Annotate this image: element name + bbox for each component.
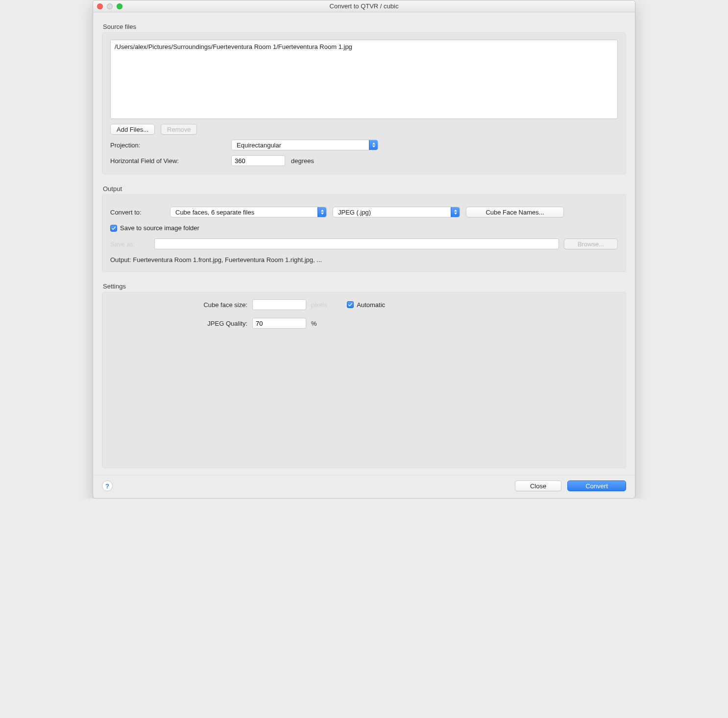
convert-to-select[interactable]: Cube faces, 6 separate files <box>170 207 327 217</box>
chevron-up-down-icon <box>369 140 378 150</box>
checkmark-icon <box>347 301 354 308</box>
save-as-input <box>154 239 559 249</box>
jpeg-quality-label: JPEG Quality: <box>169 320 247 327</box>
output-summary: Output: Fuerteventura Room 1.front.jpg, … <box>110 256 618 263</box>
save-to-source-label: Save to source image folder <box>120 224 199 232</box>
footer: ? Close Convert <box>93 475 635 498</box>
source-files-group: /Users/alex/Pictures/Surroundings/Fuerte… <box>102 32 626 174</box>
source-file-buttons-row: Add Files... Remove <box>110 124 618 135</box>
format-select[interactable]: JPEG (.jpg) <box>333 207 460 217</box>
cube-face-size-row: Cube face size: pixels Automatic <box>169 299 618 310</box>
source-files-label: Source files <box>103 23 626 30</box>
traffic-lights <box>97 3 122 9</box>
projection-select[interactable]: Equirectangular <box>231 140 378 150</box>
projection-row: Projection: Equirectangular <box>110 140 618 150</box>
source-file-list[interactable]: /Users/alex/Pictures/Surroundings/Fuerte… <box>110 40 618 119</box>
window-zoom-icon[interactable] <box>117 3 122 9</box>
jpeg-quality-input[interactable] <box>252 318 306 329</box>
cube-face-size-input <box>252 299 306 310</box>
convert-to-value: Cube faces, 6 separate files <box>170 209 267 216</box>
window-minimize-icon <box>107 3 113 9</box>
hfov-label: Horizontal Field of View: <box>110 157 225 165</box>
help-icon[interactable]: ? <box>102 480 113 491</box>
window-title: Convert to QTVR / cubic <box>97 2 631 10</box>
jpeg-quality-row: JPEG Quality: % <box>169 318 618 329</box>
window: Convert to QTVR / cubic Source files /Us… <box>93 0 635 499</box>
hfov-row: Horizontal Field of View: degrees <box>110 155 618 166</box>
cube-face-size-label: Cube face size: <box>169 301 247 309</box>
checkmark-icon <box>110 225 117 232</box>
browse-button: Browse... <box>564 239 618 249</box>
settings-label: Settings <box>103 283 626 290</box>
window-close-icon[interactable] <box>97 3 103 9</box>
output-label: Output <box>103 185 626 192</box>
hfov-units: degrees <box>291 157 314 165</box>
output-group: Convert to: Cube faces, 6 separate files… <box>102 194 626 272</box>
add-files-button[interactable]: Add Files... <box>110 124 155 135</box>
settings-group: Cube face size: pixels Automatic JPEG Qu… <box>102 292 626 468</box>
source-file-item[interactable]: /Users/alex/Pictures/Surroundings/Fuerte… <box>115 43 352 50</box>
projection-value: Equirectangular <box>232 142 294 149</box>
save-as-label: Save as: <box>110 240 149 248</box>
chevron-up-down-icon <box>317 207 326 217</box>
convert-to-label: Convert to: <box>110 209 164 216</box>
window-body: Source files /Users/alex/Pictures/Surrou… <box>93 12 635 475</box>
chevron-up-down-icon <box>451 207 460 217</box>
save-to-source-checkbox[interactable]: Save to source image folder <box>110 224 199 232</box>
jpeg-quality-units: % <box>311 320 317 327</box>
cube-face-size-units: pixels <box>311 301 327 309</box>
title-bar: Convert to QTVR / cubic <box>93 0 635 12</box>
convert-to-row: Convert to: Cube faces, 6 separate files… <box>110 207 618 217</box>
close-button[interactable]: Close <box>515 480 561 491</box>
format-value: JPEG (.jpg) <box>333 209 384 216</box>
automatic-checkbox[interactable]: Automatic <box>347 301 385 309</box>
remove-button: Remove <box>161 124 197 135</box>
automatic-label: Automatic <box>357 301 385 309</box>
hfov-input[interactable] <box>231 155 285 166</box>
save-to-source-row: Save to source image folder <box>110 224 618 232</box>
cube-face-names-button[interactable]: Cube Face Names... <box>466 207 564 217</box>
convert-button[interactable]: Convert <box>567 480 626 491</box>
projection-label: Projection: <box>110 142 225 149</box>
save-as-row: Save as: Browse... <box>110 239 618 249</box>
